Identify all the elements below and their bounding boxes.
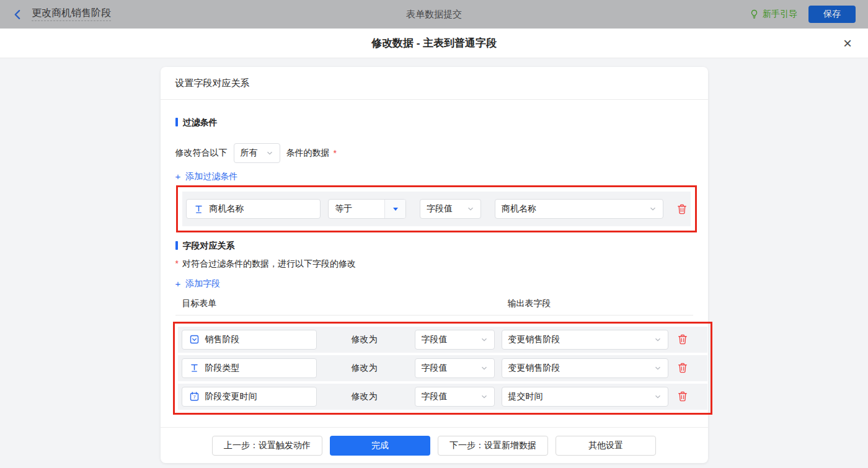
- chevron-down-icon: [467, 205, 474, 213]
- field-mapping-card: 设置字段对应关系 过滤条件 修改符合以下 所有 条件的数据 * +: [161, 67, 708, 463]
- operator-select[interactable]: 等于: [328, 199, 406, 219]
- node-title: 表单数据提交: [0, 9, 868, 20]
- value-type-select[interactable]: 字段值: [415, 330, 495, 350]
- target-field-input[interactable]: 销售阶段: [182, 330, 317, 350]
- beginner-guide-label: 新手引导: [763, 9, 797, 20]
- match-mode-select[interactable]: 所有: [234, 143, 280, 163]
- chevron-down-icon: [480, 336, 488, 343]
- done-button[interactable]: 完成: [330, 436, 430, 456]
- target-field-input[interactable]: 7 阶段变更时间: [182, 387, 317, 407]
- output-field-column-header: 输出表字段: [508, 298, 551, 308]
- filter-section-title: 过滤条件: [175, 117, 693, 127]
- chevron-down-icon: [654, 336, 662, 343]
- value-type-select[interactable]: 字段值: [415, 387, 495, 407]
- chevron-down-icon: [266, 149, 273, 157]
- topbar-actions: 新手引导 保存: [750, 6, 856, 23]
- close-icon[interactable]: ×: [843, 36, 852, 51]
- chevron-down-icon: [654, 393, 662, 400]
- filter-value: 商机名称: [502, 203, 536, 214]
- filter-condition-panel: 商机名称 等于 字段值 商机名称: [182, 192, 691, 226]
- filter-section-label: 过滤条件: [183, 117, 218, 127]
- other-settings-button[interactable]: 其他设置: [556, 436, 656, 456]
- output-field-select[interactable]: 变更销售阶段: [502, 330, 668, 350]
- card-body: 过滤条件 修改符合以下 所有 条件的数据 * + 添加过滤条件: [161, 100, 708, 415]
- filter-value-type: 字段值: [427, 203, 453, 214]
- trash-icon: [678, 363, 688, 373]
- filter-condition-highlight-box: 商机名称 等于 字段值 商机名称: [176, 185, 697, 232]
- trash-icon: [678, 391, 688, 402]
- beginner-guide-link[interactable]: 新手引导: [750, 9, 797, 20]
- prev-step-button[interactable]: 上一步：设置触发动作: [212, 436, 322, 456]
- mapping-note-text: 对符合过滤条件的数据，进行以下字段的修改: [182, 258, 356, 268]
- panel-header: 修改数据 - 主表到普通字段 ×: [0, 29, 868, 58]
- panel-title: 修改数据 - 主表到普通字段: [371, 36, 497, 50]
- delete-condition-button[interactable]: [677, 204, 687, 214]
- value-type-select[interactable]: 字段值: [415, 358, 495, 378]
- filter-field-input[interactable]: 商机名称: [186, 199, 321, 219]
- delete-row-button[interactable]: [678, 391, 688, 402]
- chevron-left-icon: [12, 9, 23, 20]
- plus-icon: +: [175, 172, 181, 181]
- add-field-label: 添加字段: [185, 278, 220, 288]
- output-field-value: 变更销售阶段: [508, 334, 560, 345]
- section-accent-bar: [175, 118, 178, 126]
- text-field-icon: [190, 363, 199, 373]
- chevron-down-icon: [480, 393, 488, 400]
- filter-value-select[interactable]: 商机名称: [495, 199, 663, 219]
- modify-to-label: 修改为: [352, 334, 378, 345]
- add-filter-condition-label: 添加过滤条件: [185, 171, 237, 181]
- plus-icon: +: [175, 279, 181, 288]
- card-footer: 上一步：设置触发动作 完成 下一步：设置新增数据 其他设置: [161, 427, 708, 463]
- required-mark: *: [175, 258, 179, 268]
- mapping-row: 7 阶段变更时间 修改为 字段值 提交时间: [178, 384, 707, 410]
- output-field-select[interactable]: 提交时间: [502, 387, 668, 407]
- target-form-column-header: 目标表单: [182, 298, 217, 308]
- value-type-value: 字段值: [422, 391, 448, 402]
- add-field-link[interactable]: + 添加字段: [175, 278, 221, 288]
- section-accent-bar: [175, 241, 178, 250]
- delete-row-button[interactable]: [678, 334, 688, 345]
- delete-row-button[interactable]: [678, 363, 688, 373]
- caret-down-icon: [384, 200, 405, 218]
- panel-body: 设置字段对应关系 过滤条件 修改符合以下 所有 条件的数据 * +: [0, 58, 868, 463]
- target-field-input[interactable]: 阶段类型: [182, 358, 317, 378]
- lightbulb-icon: [750, 9, 759, 19]
- output-field-select[interactable]: 变更销售阶段: [502, 358, 668, 378]
- top-bar: 更改商机销售阶段 表单数据提交 新手引导 保存: [0, 0, 868, 29]
- target-field-value: 阶段类型: [205, 363, 240, 374]
- output-field-value: 变更销售阶段: [508, 363, 560, 374]
- value-type-value: 字段值: [422, 334, 448, 345]
- trash-icon: [677, 204, 687, 214]
- select-field-icon: [190, 335, 199, 344]
- mapping-section-label: 字段对应关系: [183, 241, 235, 250]
- mapping-column-headers: 目标表单 输出表字段: [175, 298, 693, 315]
- required-mark: *: [334, 148, 337, 158]
- target-field-value: 阶段变更时间: [205, 391, 257, 402]
- trash-icon: [678, 334, 688, 345]
- svg-text:7: 7: [193, 395, 195, 400]
- mapping-row: 销售阶段 修改为 字段值 变更销售阶段: [178, 327, 707, 353]
- target-field-value: 销售阶段: [205, 334, 240, 345]
- chevron-down-icon: [654, 364, 662, 372]
- chevron-down-icon: [649, 205, 657, 213]
- filter-value-type-select[interactable]: 字段值: [420, 199, 481, 219]
- back-button[interactable]: [12, 9, 23, 20]
- add-filter-condition-link[interactable]: + 添加过滤条件: [175, 171, 238, 181]
- match-condition-row: 修改符合以下 所有 条件的数据 *: [175, 143, 693, 163]
- match-mode-value: 所有: [241, 148, 258, 159]
- next-step-button[interactable]: 下一步：设置新增数据: [438, 436, 548, 456]
- value-type-value: 字段值: [422, 363, 448, 374]
- save-button[interactable]: 保存: [808, 6, 856, 23]
- date-field-icon: 7: [190, 392, 199, 401]
- flow-title[interactable]: 更改商机销售阶段: [32, 7, 111, 21]
- text-field-icon: [194, 205, 203, 214]
- filter-field-value: 商机名称: [210, 203, 244, 214]
- match-suffix-text: 条件的数据: [286, 148, 330, 159]
- chevron-down-icon: [480, 364, 488, 372]
- mapping-section-title: 字段对应关系: [175, 241, 693, 250]
- modify-to-label: 修改为: [352, 391, 378, 402]
- mapping-row: 阶段类型 修改为 字段值 变更销售阶段: [178, 355, 707, 381]
- mapping-rows-highlight-box: 销售阶段 修改为 字段值 变更销售阶段: [173, 322, 712, 415]
- output-field-value: 提交时间: [508, 391, 543, 402]
- operator-value: 等于: [329, 203, 384, 214]
